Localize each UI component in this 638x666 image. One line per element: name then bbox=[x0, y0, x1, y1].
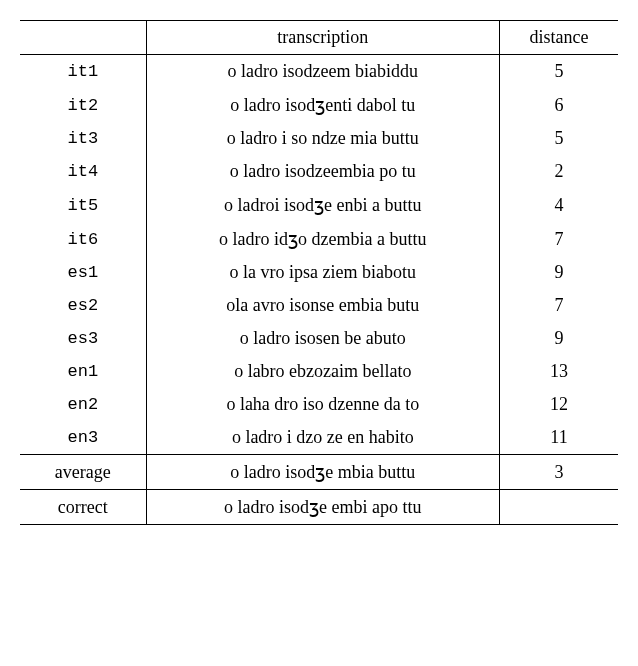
row-label: average bbox=[20, 455, 146, 490]
row-distance: 5 bbox=[500, 122, 619, 155]
row-distance: 12 bbox=[500, 388, 619, 421]
table-header-row: transcription distance bbox=[20, 21, 618, 55]
row-id: it2 bbox=[20, 88, 146, 122]
row-transcription: o ladro i so ndze mia buttu bbox=[146, 122, 499, 155]
row-id: it6 bbox=[20, 222, 146, 256]
row-distance: 9 bbox=[500, 256, 619, 289]
row-transcription: o ladro isodzeem biabiddu bbox=[146, 55, 499, 89]
table-row: en3o ladro i dzo ze en habito11 bbox=[20, 421, 618, 455]
row-id: it1 bbox=[20, 55, 146, 89]
row-distance: 11 bbox=[500, 421, 619, 455]
row-transcription: o ladro isodzeembia po tu bbox=[146, 155, 499, 188]
row-distance: 7 bbox=[500, 289, 619, 322]
row-distance: 9 bbox=[500, 322, 619, 355]
table-row: it3o ladro i so ndze mia buttu5 bbox=[20, 122, 618, 155]
row-id: es2 bbox=[20, 289, 146, 322]
row-label: correct bbox=[20, 490, 146, 525]
row-transcription: o ladro isodʒenti dabol tu bbox=[146, 88, 499, 122]
table-row: en1o labro ebzozaim bellato13 bbox=[20, 355, 618, 388]
table-row: it4o ladro isodzeembia po tu2 bbox=[20, 155, 618, 188]
row-transcription: o la vro ipsa ziem biabotu bbox=[146, 256, 499, 289]
row-transcription: o laha dro iso dzenne da to bbox=[146, 388, 499, 421]
table-row: en2o laha dro iso dzenne da to12 bbox=[20, 388, 618, 421]
row-distance: 4 bbox=[500, 188, 619, 222]
row-distance: 13 bbox=[500, 355, 619, 388]
table-row: it1o ladro isodzeem biabiddu5 bbox=[20, 55, 618, 89]
row-distance: 2 bbox=[500, 155, 619, 188]
row-distance: 7 bbox=[500, 222, 619, 256]
row-transcription: o labro ebzozaim bellato bbox=[146, 355, 499, 388]
row-transcription: o ladro isosen be abuto bbox=[146, 322, 499, 355]
header-distance: distance bbox=[500, 21, 619, 55]
row-transcription: o ladroi isodʒe enbi a buttu bbox=[146, 188, 499, 222]
row-transcription: ola avro isonse embia butu bbox=[146, 289, 499, 322]
row-id: it3 bbox=[20, 122, 146, 155]
row-id: en2 bbox=[20, 388, 146, 421]
row-distance: 3 bbox=[500, 455, 619, 490]
table-row: es2ola avro isonse embia butu7 bbox=[20, 289, 618, 322]
row-distance bbox=[500, 490, 619, 525]
row-transcription: o ladro i dzo ze en habito bbox=[146, 421, 499, 455]
row-id: en3 bbox=[20, 421, 146, 455]
row-id: it5 bbox=[20, 188, 146, 222]
row-id: en1 bbox=[20, 355, 146, 388]
table-row: it2o ladro isodʒenti dabol tu6 bbox=[20, 88, 618, 122]
row-id: es3 bbox=[20, 322, 146, 355]
row-distance: 5 bbox=[500, 55, 619, 89]
table-row-average: average o ladro isodʒe mbia buttu 3 bbox=[20, 455, 618, 490]
row-id: es1 bbox=[20, 256, 146, 289]
row-transcription: o ladro isodʒe embi apo ttu bbox=[146, 490, 499, 525]
row-distance: 6 bbox=[500, 88, 619, 122]
header-id bbox=[20, 21, 146, 55]
row-transcription: o ladro isodʒe mbia buttu bbox=[146, 455, 499, 490]
table-row: it5o ladroi isodʒe enbi a buttu4 bbox=[20, 188, 618, 222]
header-transcription: transcription bbox=[146, 21, 499, 55]
table-row-correct: correct o ladro isodʒe embi apo ttu bbox=[20, 490, 618, 525]
table-row: it6o ladro idʒo dzembia a buttu7 bbox=[20, 222, 618, 256]
row-transcription: o ladro idʒo dzembia a buttu bbox=[146, 222, 499, 256]
table-row: es3o ladro isosen be abuto9 bbox=[20, 322, 618, 355]
transcription-table: transcription distance it1o ladro isodze… bbox=[20, 20, 618, 525]
table-row: es1o la vro ipsa ziem biabotu9 bbox=[20, 256, 618, 289]
row-id: it4 bbox=[20, 155, 146, 188]
